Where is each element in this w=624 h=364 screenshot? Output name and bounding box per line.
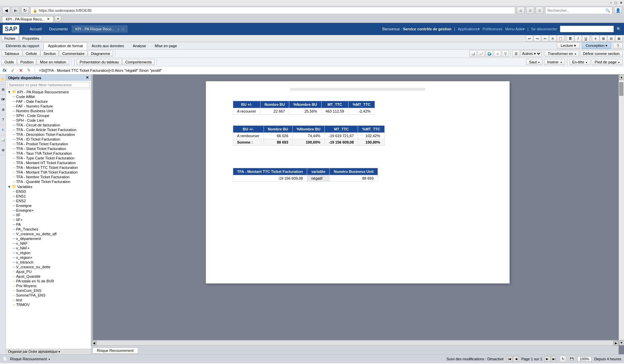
outils-btn[interactable]: Outils: [1, 59, 17, 65]
scroll-right-btn[interactable]: ▶: [613, 341, 619, 345]
disconnect-link[interactable]: Se déconnecter: [531, 27, 557, 31]
proprietes-btn[interactable]: Propriétés: [19, 35, 42, 41]
new-tab-btn[interactable]: +: [55, 16, 61, 22]
tree-var-ajust-qte[interactable]: ─Ajust_Quantité: [6, 274, 91, 279]
chart-icon1[interactable]: 📊: [469, 50, 477, 57]
tree-var-tritranch[interactable]: ─v_tritranch: [6, 260, 91, 265]
close-btn[interactable]: ✕: [620, 1, 623, 5]
tree-var-enseigne[interactable]: ─Enseigne: [6, 203, 91, 208]
save-status-btn[interactable]: 💾: [569, 356, 575, 362]
tab-acces-donnees[interactable]: Accès aux données: [87, 42, 128, 49]
inserer-btn[interactable]: Insérer ▾: [544, 59, 565, 65]
table-row[interactable]: A recouvrer 22 667 25,56% 463 112,59 -2,…: [233, 108, 375, 115]
fav-btn[interactable]: ☆: [526, 7, 534, 14]
refresh-status-btn[interactable]: ↻: [560, 356, 566, 362]
fx-icon[interactable]: fx: [1, 68, 8, 73]
tree-item-tfa-statut[interactable]: ─ TFA - Statut Ticket Facturation: [6, 146, 91, 151]
help-btn[interactable]: ?: [613, 43, 623, 49]
h-scroll-track[interactable]: [97, 341, 613, 345]
format-btn3[interactable]: ⊟: [607, 35, 615, 42]
tree-item-tfa-type-carte[interactable]: ─ TFA - Type Carte Ticket Facturation: [6, 156, 91, 160]
scroll-up-btn[interactable]: ▲: [619, 74, 624, 80]
side-icon-4[interactable]: ⚙: [0, 105, 6, 115]
chart-icon6[interactable]: ☰: [512, 50, 520, 57]
tree-var-ens1[interactable]: ─ENS1: [6, 194, 91, 199]
nav-kpi-tab[interactable]: KPI - PA Risque Reco... ♪ □: [72, 25, 128, 33]
menu-aide-link[interactable]: Menu Aide▾: [505, 27, 525, 31]
commentaire-btn[interactable]: Commentaire: [59, 51, 87, 57]
tree-var-somcum[interactable]: ─SomCum_ENS: [6, 288, 91, 293]
definir-section-btn[interactable]: Définir comme section: [580, 51, 623, 57]
tree-var-trmov[interactable]: ─TRMOV: [6, 302, 91, 307]
page-next-btn[interactable]: ▶: [544, 356, 550, 362]
tree-var-naf[interactable]: ─v_NAF: [6, 241, 91, 246]
tree-var-test[interactable]: ─test: [6, 298, 91, 302]
saut-btn[interactable]: Saut ▾: [526, 59, 543, 65]
formula-cancel[interactable]: ✕: [18, 68, 24, 73]
back-btn[interactable]: ◀: [2, 7, 10, 14]
tree-item-tfa-desc[interactable]: ─ TFA - Description Ticket Facturation: [6, 132, 91, 137]
tab-close-btn[interactable]: ✕: [47, 17, 50, 21]
tree-var-creance2[interactable]: ─V_creance_ou_dette: [6, 265, 91, 269]
user-icon-btn[interactable]: 👤: [614, 7, 622, 14]
tree-var-sommetfa[interactable]: ─SommeTFA_ENS: [6, 293, 91, 298]
tab-mise-en-page[interactable]: Mise en page: [151, 42, 182, 49]
sap-search-btn[interactable]: 🔍: [617, 27, 621, 31]
reload-btn[interactable]: ↻: [21, 7, 29, 14]
chart-icon4[interactable]: ○: [494, 50, 501, 57]
mise-en-relation-btn[interactable]: Mise en relation: [37, 59, 69, 65]
lecture-btn[interactable]: Lecture ▾: [557, 42, 580, 49]
nav-documents[interactable]: Documents: [45, 25, 72, 33]
h-scrollbar[interactable]: ◀ ▶: [91, 340, 619, 345]
en-tete-btn[interactable]: En-tête ▾: [569, 59, 591, 65]
tab-analyse[interactable]: Analyse: [128, 42, 150, 49]
tree-var-creance[interactable]: ─V_creance_ou_dette_aff: [6, 232, 91, 236]
formula-edit[interactable]: ✎: [26, 68, 32, 73]
side-icon-6[interactable]: ↻: [0, 125, 6, 135]
tree-var-pa-pct[interactable]: ─PA totale en % de BVR: [6, 279, 91, 283]
right-scrollbar[interactable]: ▲ ▼: [619, 74, 624, 345]
minimize-btn[interactable]: −: [610, 1, 612, 5]
copy-btn[interactable]: ⎘: [549, 35, 557, 42]
tree-var-ajust-pu[interactable]: ─Ajust_PU: [6, 269, 91, 274]
scroll-track[interactable]: [619, 81, 624, 339]
format-btn4[interactable]: ⊠: [615, 35, 623, 42]
resize-handle[interactable]: [91, 74, 93, 354]
table2[interactable]: BU +/- Nombre BU %Nombre BU MT_TTC %MT_T…: [233, 125, 385, 146]
presentation-tableau-btn[interactable]: Présentation du tableau: [77, 59, 122, 65]
kpi-tab-close[interactable]: □: [122, 27, 124, 31]
scroll-down-btn[interactable]: ▼: [619, 340, 624, 345]
search-filter-input[interactable]: [7, 82, 90, 88]
address-bar[interactable]: 🔒 https://bo.sodexopass.fr/BOE/BI: [30, 7, 515, 14]
pied-page-btn[interactable]: Pied de page ▾: [592, 59, 623, 65]
tree-var-prix[interactable]: ─Prix Moyens: [6, 283, 91, 288]
conception-btn[interactable]: Conception ▾: [582, 42, 611, 49]
side-icon-7[interactable]: 📊: [0, 135, 6, 145]
transformer-btn[interactable]: Transformer en ▾: [545, 51, 579, 57]
side-icon-8[interactable]: ⚙: [0, 145, 6, 155]
browser-tab-kpi[interactable]: KPI - PA Risque Reco... ✕: [2, 16, 53, 22]
home-btn[interactable]: ⌂: [517, 7, 525, 14]
table-row[interactable]: A rembourser 66 026 74,44% -19 619 721,6…: [233, 133, 384, 139]
chart-icon5[interactable]: ▽: [502, 50, 509, 57]
side-icon-3[interactable]: 🗺: [0, 95, 6, 105]
paste-btn[interactable]: 📋: [557, 35, 564, 42]
preferences-link[interactable]: Préférences: [483, 27, 503, 31]
others-select[interactable]: Autres ▾: [520, 50, 542, 57]
page-first-btn[interactable]: |◀: [506, 356, 512, 362]
chart-icon3[interactable]: 🌍: [486, 50, 493, 57]
tree-var-iif[interactable]: ─IIF: [6, 213, 91, 217]
sheet-tab-risque[interactable]: Risque Recouvrement: [92, 347, 138, 354]
tree-item-code-affilie[interactable]: ─ Code Affilié: [6, 94, 91, 99]
report-scroll[interactable]: BU +/- Nombre BU %Nombre BU MT_TTC %MT_T…: [91, 74, 624, 354]
underline-btn[interactable]: U: [582, 35, 590, 42]
comportements-btn[interactable]: Comportements: [122, 59, 155, 65]
scroll-left-btn[interactable]: ◀: [91, 341, 97, 345]
table-row-sum[interactable]: Somme : 88 693 100,00% -19 156 609,08 10…: [233, 139, 384, 146]
tree-root[interactable]: ▼ 📁 KPI - PA Risque Recouvrement: [6, 89, 91, 94]
forward-btn[interactable]: ▶: [11, 7, 20, 14]
cut-btn[interactable]: ✂: [541, 35, 549, 42]
tree-item-tfa-taux[interactable]: ─ TFA - Taux TVA Ticket Facturation: [6, 151, 91, 156]
tree-var-dept[interactable]: ─v_département: [6, 236, 91, 241]
maximize-btn[interactable]: □: [615, 1, 617, 5]
